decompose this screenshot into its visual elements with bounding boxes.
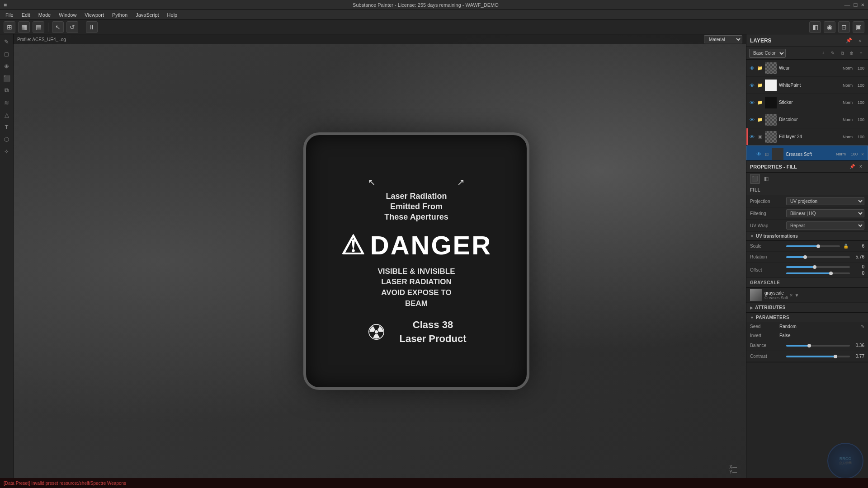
grayscale-close-btn[interactable]: × [790, 292, 793, 298]
layer-vis-discolour[interactable]: 👁 [748, 116, 755, 123]
toolbar-layout2-btn[interactable]: ▤ [33, 21, 44, 33]
layer-vis-whitepaint[interactable]: 👁 [748, 82, 755, 89]
tool-select[interactable]: ⊕ [1, 61, 12, 71]
toolbar-pause-btn[interactable]: ⏸ [86, 21, 98, 33]
menu-python[interactable]: Python [108, 11, 131, 19]
offset-y-thumb[interactable] [829, 272, 833, 275]
parameters-header[interactable]: ▼ Parameters [746, 313, 868, 322]
layer-info-discolour: Discolour [779, 117, 843, 122]
scale-slider[interactable] [786, 245, 840, 247]
offset-x-thumb[interactable] [813, 265, 816, 269]
layer-blend-discolour: Norm [843, 117, 853, 122]
menu-help[interactable]: Help [164, 11, 181, 19]
contrast-slider[interactable] [786, 356, 850, 357]
offset-x-row: 0 [786, 264, 864, 269]
props-close-btn[interactable]: × [857, 163, 864, 170]
projection-select[interactable]: UV projection Planar Triplanar [786, 197, 864, 205]
toolbar-camera-btn[interactable]: ⊡ [838, 21, 850, 33]
layer-vis-wear[interactable]: 👁 [748, 65, 755, 72]
toolbar-env-btn[interactable]: ◉ [824, 21, 835, 33]
minimize-button[interactable]: — [844, 1, 850, 8]
tool-warp[interactable]: ⟡ [1, 146, 12, 157]
seed-edit-btn[interactable]: ✎ [861, 324, 864, 329]
channel-edit-btn[interactable]: ✎ [829, 49, 837, 57]
balance-slider[interactable] [786, 345, 850, 347]
toolbar-grid-btn[interactable]: ⊞ [4, 21, 15, 33]
rotation-slider-thumb[interactable] [803, 255, 807, 259]
contrast-row: Contrast 0.77 [746, 351, 868, 362]
attributes-title: Attributes [755, 305, 786, 310]
offset-x-slider[interactable] [786, 266, 850, 268]
tool-text[interactable]: T [1, 122, 12, 132]
menu-javascript[interactable]: JavaScript [132, 11, 162, 19]
attributes-header[interactable]: ▶ Attributes [746, 303, 868, 312]
material-dropdown[interactable]: Material Base Color Roughness Metallic N… [704, 35, 742, 43]
offset-y-slider[interactable] [786, 272, 850, 274]
layers-pin-btn[interactable]: 📌 [844, 36, 854, 45]
layer-item-fill34[interactable]: 👁 ▣ Fill layer 34 Norm 100 [746, 128, 868, 145]
uvwrap-select[interactable]: Repeat Mirror Clamp [786, 221, 864, 230]
props-pin-btn[interactable]: 📌 [849, 163, 856, 170]
view-mode-flat-btn[interactable]: ◧ [761, 174, 771, 184]
layer-item-discolour[interactable]: 👁 📁 Discolour Norm 100 [746, 111, 868, 128]
toolbar-rotate-btn[interactable]: ↺ [66, 21, 78, 33]
tool-smudge[interactable]: ≋ [1, 97, 12, 108]
toolbar-layout-btn[interactable]: ▦ [18, 21, 30, 33]
grayscale-expand-btn[interactable]: ▼ [794, 293, 799, 298]
tool-clone[interactable]: ⧉ [1, 85, 12, 96]
tool-fill[interactable]: ⬛ [1, 73, 12, 84]
scale-lock-icon[interactable]: 🔒 [843, 244, 849, 249]
layer-opacity-discolour: 100 [854, 117, 864, 122]
rotation-slider[interactable] [786, 256, 850, 258]
maximize-button[interactable]: □ [854, 1, 858, 8]
grayscale-item[interactable]: grayscale Creases Soft × ▼ [746, 288, 868, 303]
uv-transforms-header[interactable]: ▼ UV transformations [746, 232, 868, 241]
layer-red-bar-fill34 [746, 128, 748, 145]
layer-item-sticker[interactable]: 👁 📁 Sticker Norm 100 [746, 94, 868, 111]
toolbar-mask-btn[interactable]: ◧ [809, 21, 821, 33]
main-content: ✎ ◻ ⊕ ⬛ ⧉ ≋ △ T ⬡ ⟡ ⚙ Profile: ACES_UE4_… [0, 34, 868, 488]
view-mode-mat-btn[interactable]: ⬛ [750, 174, 760, 184]
scale-slider-thumb[interactable] [816, 244, 820, 248]
toolbar-render-btn[interactable]: ▣ [853, 21, 864, 33]
viewport[interactable]: Profile: ACES_UE4_Log Material Base Colo… [14, 34, 746, 488]
layer-info-fill34: Fill layer 34 [779, 134, 843, 139]
tool-geometry[interactable]: △ [1, 109, 12, 120]
toolbar-cursor-btn[interactable]: ↖ [52, 21, 64, 33]
menu-edit[interactable]: Edit [18, 11, 34, 19]
balance-thumb[interactable] [807, 344, 811, 347]
channel-menu-btn[interactable]: ≡ [857, 49, 865, 57]
layer-item-whitepaint[interactable]: 👁 📁 WhitePaint Norm 100 [746, 77, 868, 94]
layer-item-wear[interactable]: 👁 📁 Wear Norm 100 [746, 60, 868, 77]
menu-mode[interactable]: Mode [35, 11, 55, 19]
warning-triangle-icon: ⚠ [341, 230, 366, 261]
menu-viewport[interactable]: Viewport [81, 11, 108, 19]
layer-close-creases[interactable]: × [859, 151, 866, 157]
menu-file[interactable]: File [2, 11, 17, 19]
tool-brush[interactable]: ⬡ [1, 134, 12, 145]
close-button[interactable]: × [861, 1, 864, 8]
channel-delete-btn[interactable]: 🗑 [848, 49, 856, 57]
channel-add-btn[interactable]: + [819, 49, 827, 57]
layer-item-creases-soft[interactable]: 👁 ⊡ Creases Soft Norm 100 × [746, 145, 868, 160]
invert-label: Invert [750, 333, 779, 338]
offset-x-fill [786, 266, 815, 268]
projection-row: Projection UV projection Planar Triplana… [746, 195, 868, 207]
tool-erase[interactable]: ◻ [1, 48, 12, 59]
tool-paint[interactable]: ✎ [1, 36, 12, 47]
contrast-thumb[interactable] [834, 355, 837, 358]
filtering-select[interactable]: Bilinear | HQ Bilinear Nearest [786, 209, 864, 217]
layer-vis-fill34[interactable]: 👁 [748, 133, 755, 141]
layers-panel: LAYERS 📌 × Base Color Roughness Metallic… [746, 34, 868, 161]
layer-vis-sticker[interactable]: 👁 [748, 99, 755, 106]
grayscale-section-header: GRAYSCALE [746, 278, 868, 288]
channel-select[interactable]: Base Color Roughness Metallic Normal [749, 49, 786, 58]
toolbar-sep1 [48, 23, 48, 32]
layers-close-btn[interactable]: × [855, 36, 864, 45]
laser-symbol-icon: ☢ [367, 319, 386, 345]
menu-window[interactable]: Window [55, 11, 80, 19]
channel-copy-btn[interactable]: ⧉ [838, 49, 846, 57]
coord-x: X— [729, 465, 737, 469]
layer-blend-fill34: Norm [843, 135, 853, 139]
layer-vis-creases[interactable]: 👁 [755, 150, 762, 158]
